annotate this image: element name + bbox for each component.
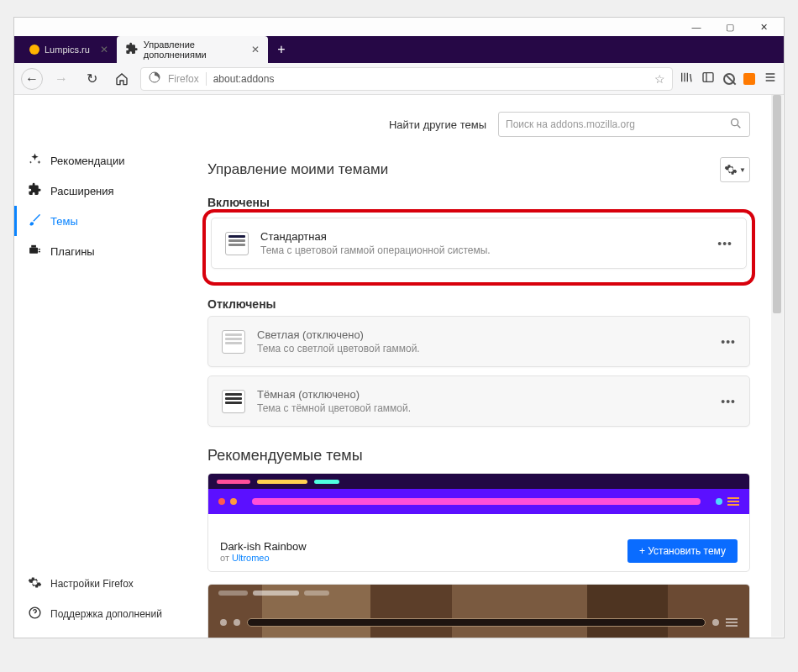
preview-hamburger-icon [727,497,739,506]
svg-rect-5 [39,251,40,252]
sidebar-label: Поддержка дополнений [50,608,162,620]
sidebar-icon[interactable] [701,71,715,87]
theme-text: Тёмная (отключено) Тема с тёмной цветово… [257,388,709,414]
preview-tab [304,591,329,596]
preview-urlbar [247,618,706,627]
tab-addons[interactable]: Управление дополнениями ✕ [117,36,268,63]
window-close-button[interactable]: ✕ [747,18,780,36]
highlight-annotation: Стандартная Тема с цветовой гаммой опера… [202,209,755,286]
url-prefix: Firefox [168,73,199,85]
library-icon[interactable] [680,71,693,87]
new-tab-button[interactable]: + [268,36,295,63]
tab-strip: Lumpics.ru ✕ Управление дополнениями ✕ + [14,36,784,63]
nav-toolbar: ← → ↻ Firefox about:addons ☆ [14,63,784,95]
url-bar[interactable]: Firefox about:addons ☆ [140,67,673,91]
sidebar-bottom: Настройки Firefox Поддержка дополнений [14,569,191,629]
svg-rect-3 [31,245,36,248]
preview-tab [217,480,250,484]
search-placeholder: Поиск на addons.mozilla.org [506,118,635,130]
search-icon[interactable] [729,117,743,133]
extension-icon[interactable] [743,73,755,85]
sidebar: Рекомендации Расширения Темы Плагины Нас… [14,95,191,638]
recommended-name: Dark-ish Rainbow [220,540,627,553]
preview-dot [230,498,237,505]
section-enabled-heading: Включены [207,196,750,209]
window-minimize-button[interactable]: — [680,18,713,36]
brush-icon [28,213,42,229]
theme-text: Стандартная Тема с цветовой гаммой опера… [260,230,706,256]
sidebar-label: Расширения [50,185,114,197]
install-theme-button[interactable]: + Установить тему [627,539,738,563]
preview-dot [218,498,225,505]
svg-rect-1 [703,73,713,82]
gear-icon [28,575,42,592]
theme-subtitle: Тема с цветовой гаммой операционной сист… [260,244,706,256]
theme-title: Тёмная (отключено) [257,388,709,401]
theme-preview [208,474,749,531]
page-heading-row: Управление моими темами ▼ [207,157,750,182]
window-maximize-button[interactable]: ▢ [713,18,747,36]
separator [206,72,207,86]
firefox-icon [148,71,161,87]
firefox-settings-link[interactable]: Настройки Firefox [14,569,191,599]
reload-button[interactable]: ↻ [80,67,103,91]
theme-card-default[interactable]: Стандартная Тема с цветовой гаммой опера… [211,218,747,269]
theme-thumbnail-icon [222,390,245,413]
preview-urlbar [252,498,701,505]
author-link[interactable]: Ultromeo [232,553,270,563]
preview-dot [716,498,722,505]
sidebar-label: Плагины [50,245,95,258]
recommended-footer: Dark-ish Rainbow от Ultromeo + Установит… [208,531,749,571]
tab-close-icon[interactable]: ✕ [100,44,108,55]
theme-title: Стандартная [260,230,706,243]
tab-close-icon[interactable]: ✕ [251,44,260,55]
sidebar-item-plugins[interactable]: Плагины [14,236,191,266]
puzzle-icon [28,182,42,199]
url-text: about:addons [213,73,275,85]
theme-thumbnail-icon [222,330,245,354]
sidebar-item-recommendations[interactable]: Рекомендации [14,145,191,176]
sparkle-icon [28,152,42,169]
sidebar-label: Рекомендации [50,155,125,167]
favicon-lumpics [29,45,39,55]
menu-button[interactable] [764,71,777,87]
addons-search-input[interactable]: Поиск на addons.mozilla.org [498,112,750,137]
main-content: Найти другие темы Поиск на addons.mozill… [191,95,784,638]
scrollbar[interactable] [771,95,783,637]
sidebar-item-themes[interactable]: Темы [14,206,191,236]
svg-rect-2 [29,248,38,254]
preview-tab [257,480,307,484]
sidebar-label: Настройки Firefox [50,578,134,590]
scrollbar-thumb[interactable] [773,95,781,313]
tab-label: Lumpics.ru [45,45,90,55]
theme-card-dark[interactable]: Тёмная (отключено) Тема с тёмной цветово… [207,375,750,427]
theme-card-light[interactable]: Светлая (отключено) Тема со светлой цвет… [207,316,750,367]
sidebar-item-extensions[interactable]: Расширения [14,176,191,206]
back-button[interactable]: ← [21,68,43,90]
tab-lumpics[interactable]: Lumpics.ru ✕ [21,36,117,63]
theme-text: Светлая (отключено) Тема со светлой цвет… [257,328,709,354]
addons-support-link[interactable]: Поддержка дополнений [14,599,191,629]
preview-hamburger-icon [726,618,738,627]
bookmark-star-icon[interactable]: ☆ [654,72,665,86]
theme-thumbnail-icon [225,232,249,255]
section-disabled-heading: Отключены [207,297,750,311]
more-options-button[interactable]: ••• [717,237,732,250]
page-title: Управление моими темами [207,161,720,178]
more-options-button[interactable]: ••• [721,395,736,408]
more-options-button[interactable]: ••• [721,335,736,349]
puzzle-icon [125,42,139,57]
preview-tab [253,591,299,596]
content-area: Рекомендации Расширения Темы Плагины Нас… [14,95,784,638]
theme-preview [208,585,749,638]
preview-dot [234,619,240,626]
window-titlebar: — ▢ ✕ [14,18,784,36]
theme-subtitle: Тема с тёмной цветовой гаммой. [257,402,709,414]
forward-button[interactable]: → [50,67,73,91]
adblock-icon[interactable] [723,73,735,85]
svg-rect-4 [39,249,40,249]
tools-menu-button[interactable]: ▼ [720,157,750,182]
preview-dot [712,619,719,626]
recommended-author: от Ultromeo [220,553,627,563]
home-button[interactable] [110,67,134,91]
